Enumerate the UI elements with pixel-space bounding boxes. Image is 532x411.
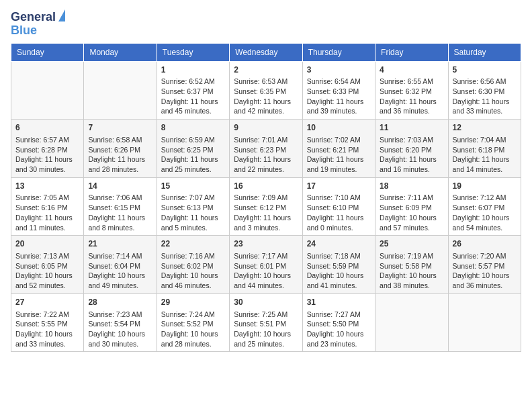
- calendar-cell: 15Sunrise: 7:07 AM Sunset: 6:13 PM Dayli…: [157, 177, 229, 236]
- calendar-cell: 11Sunrise: 7:03 AM Sunset: 6:20 PM Dayli…: [375, 120, 448, 178]
- calendar-cell: 29Sunrise: 7:24 AM Sunset: 5:52 PM Dayli…: [157, 293, 229, 352]
- day-info: Sunrise: 7:03 AM Sunset: 6:20 PM Dayligh…: [380, 135, 443, 175]
- day-number: 27: [15, 297, 79, 308]
- day-info: Sunrise: 6:55 AM Sunset: 6:32 PM Dayligh…: [380, 77, 443, 116]
- day-number: 30: [234, 297, 298, 308]
- day-number: 3: [307, 64, 371, 76]
- day-number: 19: [453, 181, 517, 192]
- day-number: 4: [380, 64, 443, 76]
- day-number: 22: [161, 238, 225, 250]
- day-number: 29: [161, 297, 225, 308]
- day-number: 13: [15, 181, 79, 192]
- calendar-cell: 24Sunrise: 7:18 AM Sunset: 5:59 PM Dayli…: [302, 236, 375, 294]
- day-info: Sunrise: 7:11 AM Sunset: 6:09 PM Dayligh…: [380, 193, 443, 232]
- calendar-cell: 17Sunrise: 7:10 AM Sunset: 6:10 PM Dayli…: [302, 177, 375, 236]
- calendar-cell: 8Sunrise: 6:59 AM Sunset: 6:25 PM Daylig…: [157, 120, 229, 178]
- calendar-cell: 30Sunrise: 7:25 AM Sunset: 5:51 PM Dayli…: [230, 293, 302, 352]
- calendar-cell: 14Sunrise: 7:06 AM Sunset: 6:15 PM Dayli…: [84, 177, 157, 236]
- day-info: Sunrise: 6:52 AM Sunset: 6:37 PM Dayligh…: [161, 77, 225, 116]
- day-info: Sunrise: 6:59 AM Sunset: 6:25 PM Dayligh…: [161, 135, 225, 175]
- logo-text-general: General: [11, 11, 56, 24]
- day-number: 25: [380, 238, 443, 250]
- day-number: 12: [453, 122, 517, 134]
- calendar-cell: 1Sunrise: 6:52 AM Sunset: 6:37 PM Daylig…: [157, 61, 229, 120]
- day-info: Sunrise: 7:09 AM Sunset: 6:12 PM Dayligh…: [234, 193, 298, 232]
- day-number: 26: [453, 238, 517, 250]
- day-number: 28: [88, 297, 152, 308]
- day-info: Sunrise: 7:19 AM Sunset: 5:58 PM Dayligh…: [380, 251, 443, 291]
- calendar-cell: [448, 293, 521, 352]
- calendar-table: SundayMondayTuesdayWednesdayThursdayFrid…: [11, 43, 521, 353]
- day-number: 9: [234, 122, 298, 134]
- calendar-cell: 18Sunrise: 7:11 AM Sunset: 6:09 PM Dayli…: [375, 177, 448, 236]
- day-info: Sunrise: 7:13 AM Sunset: 6:05 PM Dayligh…: [15, 251, 79, 291]
- day-info: Sunrise: 7:05 AM Sunset: 6:16 PM Dayligh…: [15, 193, 79, 232]
- day-info: Sunrise: 7:20 AM Sunset: 5:57 PM Dayligh…: [453, 251, 517, 291]
- logo-triangle-icon: [58, 9, 65, 21]
- day-number: 16: [234, 181, 298, 192]
- calendar-week-row: 6Sunrise: 6:57 AM Sunset: 6:28 PM Daylig…: [11, 120, 521, 178]
- day-number: 15: [161, 181, 225, 192]
- day-number: 21: [88, 238, 152, 250]
- calendar-cell: 13Sunrise: 7:05 AM Sunset: 6:16 PM Dayli…: [11, 177, 84, 236]
- day-info: Sunrise: 6:54 AM Sunset: 6:33 PM Dayligh…: [307, 77, 371, 116]
- day-info: Sunrise: 7:27 AM Sunset: 5:50 PM Dayligh…: [307, 310, 371, 349]
- calendar-cell: 19Sunrise: 7:12 AM Sunset: 6:07 PM Dayli…: [448, 177, 521, 236]
- calendar-cell: 7Sunrise: 6:58 AM Sunset: 6:26 PM Daylig…: [84, 120, 157, 178]
- day-info: Sunrise: 7:01 AM Sunset: 6:23 PM Dayligh…: [234, 135, 298, 175]
- calendar-cell: 16Sunrise: 7:09 AM Sunset: 6:12 PM Dayli…: [230, 177, 302, 236]
- day-info: Sunrise: 7:25 AM Sunset: 5:51 PM Dayligh…: [234, 310, 298, 349]
- logo: General Blue: [11, 11, 65, 38]
- calendar-header-row: SundayMondayTuesdayWednesdayThursdayFrid…: [11, 43, 521, 61]
- calendar-header-friday: Friday: [375, 43, 448, 61]
- day-info: Sunrise: 7:14 AM Sunset: 6:04 PM Dayligh…: [88, 251, 152, 291]
- calendar-cell: 3Sunrise: 6:54 AM Sunset: 6:33 PM Daylig…: [302, 61, 375, 120]
- calendar-cell: [84, 61, 157, 120]
- day-info: Sunrise: 7:06 AM Sunset: 6:15 PM Dayligh…: [88, 193, 152, 232]
- day-info: Sunrise: 7:07 AM Sunset: 6:13 PM Dayligh…: [161, 193, 225, 232]
- calendar-cell: 12Sunrise: 7:04 AM Sunset: 6:18 PM Dayli…: [448, 120, 521, 178]
- calendar-week-row: 27Sunrise: 7:22 AM Sunset: 5:55 PM Dayli…: [11, 293, 521, 352]
- day-number: 24: [307, 238, 371, 250]
- calendar-cell: 28Sunrise: 7:23 AM Sunset: 5:54 PM Dayli…: [84, 293, 157, 352]
- calendar-cell: 5Sunrise: 6:56 AM Sunset: 6:30 PM Daylig…: [448, 61, 521, 120]
- calendar-cell: 31Sunrise: 7:27 AM Sunset: 5:50 PM Dayli…: [302, 293, 375, 352]
- day-info: Sunrise: 7:18 AM Sunset: 5:59 PM Dayligh…: [307, 251, 371, 291]
- day-info: Sunrise: 6:53 AM Sunset: 6:35 PM Dayligh…: [234, 77, 298, 116]
- calendar-header-monday: Monday: [84, 43, 157, 61]
- calendar-cell: 27Sunrise: 7:22 AM Sunset: 5:55 PM Dayli…: [11, 293, 84, 352]
- day-info: Sunrise: 7:17 AM Sunset: 6:01 PM Dayligh…: [234, 251, 298, 291]
- calendar-cell: 25Sunrise: 7:19 AM Sunset: 5:58 PM Dayli…: [375, 236, 448, 294]
- calendar-cell: 10Sunrise: 7:02 AM Sunset: 6:21 PM Dayli…: [302, 120, 375, 178]
- day-info: Sunrise: 7:04 AM Sunset: 6:18 PM Dayligh…: [453, 135, 517, 175]
- calendar-header-saturday: Saturday: [448, 43, 521, 61]
- day-info: Sunrise: 7:23 AM Sunset: 5:54 PM Dayligh…: [88, 310, 152, 349]
- page-header: General Blue: [11, 11, 521, 38]
- day-info: Sunrise: 6:58 AM Sunset: 6:26 PM Dayligh…: [88, 135, 152, 175]
- calendar-week-row: 13Sunrise: 7:05 AM Sunset: 6:16 PM Dayli…: [11, 177, 521, 236]
- logo-text-blue: Blue: [11, 24, 37, 38]
- day-info: Sunrise: 6:56 AM Sunset: 6:30 PM Dayligh…: [453, 77, 517, 116]
- day-number: 10: [307, 122, 371, 134]
- day-info: Sunrise: 7:10 AM Sunset: 6:10 PM Dayligh…: [307, 193, 371, 232]
- day-number: 23: [234, 238, 298, 250]
- day-info: Sunrise: 7:16 AM Sunset: 6:02 PM Dayligh…: [161, 251, 225, 291]
- calendar-header-tuesday: Tuesday: [157, 43, 229, 61]
- calendar-cell: 9Sunrise: 7:01 AM Sunset: 6:23 PM Daylig…: [230, 120, 302, 178]
- day-number: 31: [307, 297, 371, 308]
- calendar-week-row: 20Sunrise: 7:13 AM Sunset: 6:05 PM Dayli…: [11, 236, 521, 294]
- day-info: Sunrise: 7:12 AM Sunset: 6:07 PM Dayligh…: [453, 193, 517, 232]
- day-number: 17: [307, 181, 371, 192]
- calendar-header-thursday: Thursday: [302, 43, 375, 61]
- calendar-header-wednesday: Wednesday: [230, 43, 302, 61]
- day-number: 1: [161, 64, 225, 76]
- day-number: 8: [161, 122, 225, 134]
- day-number: 6: [15, 122, 79, 134]
- day-info: Sunrise: 7:24 AM Sunset: 5:52 PM Dayligh…: [161, 310, 225, 349]
- calendar-cell: 23Sunrise: 7:17 AM Sunset: 6:01 PM Dayli…: [230, 236, 302, 294]
- calendar-cell: 22Sunrise: 7:16 AM Sunset: 6:02 PM Dayli…: [157, 236, 229, 294]
- calendar-week-row: 1Sunrise: 6:52 AM Sunset: 6:37 PM Daylig…: [11, 61, 521, 120]
- day-number: 20: [15, 238, 79, 250]
- day-info: Sunrise: 7:02 AM Sunset: 6:21 PM Dayligh…: [307, 135, 371, 175]
- day-number: 18: [380, 181, 443, 192]
